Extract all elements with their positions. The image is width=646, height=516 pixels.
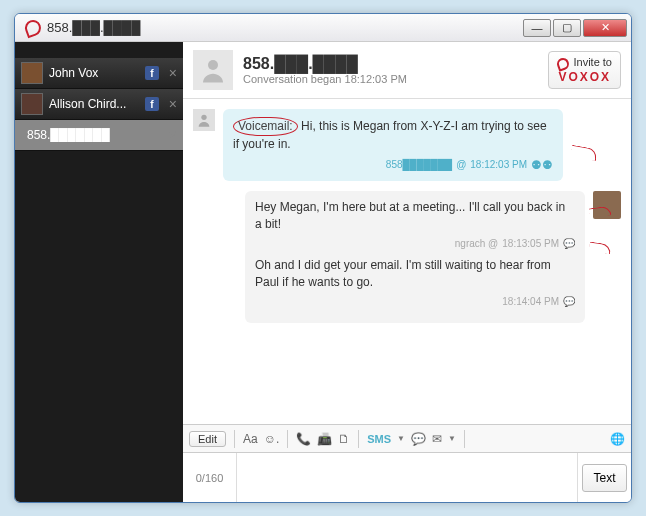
chat-icon[interactable]: 💬 [411,432,426,446]
message-text: Oh and I did get your email. I'm still w… [255,258,551,289]
meta-at: @ [456,158,466,172]
close-button[interactable]: ✕ [583,19,627,37]
remove-contact-icon[interactable]: × [169,65,177,81]
sms-button[interactable]: SMS [367,433,391,445]
app-window: 858.███.████ — ▢ ✕ John Vox f × Allison … [14,13,632,503]
meta-from: 858███████ [386,158,452,172]
compose-input[interactable] [243,459,571,496]
minimize-button[interactable]: — [523,19,551,37]
separator [358,430,359,448]
chat-icon: 💬 [563,295,575,309]
contact-item-active[interactable]: 858.███████ × [15,120,183,151]
contact-name: Allison Chird... [49,97,139,111]
invite-line2: VOXOX [558,70,611,84]
send-button[interactable]: Text [582,464,626,492]
contact-item[interactable]: John Vox f × [15,58,183,89]
contact-item[interactable]: Allison Chird... f × [15,89,183,120]
conversation-began: Conversation began 18:12:03 PM [243,73,407,85]
avatar-icon [21,93,43,115]
dropdown-icon[interactable]: ▼ [448,434,456,443]
font-button[interactable]: Aa [243,432,258,446]
compose-input-wrapper [237,453,577,502]
message-meta: 18:14:04 PM 💬 [255,295,575,309]
began-label: Conversation began [243,73,341,85]
facebook-icon: f [145,97,159,111]
svg-point-1 [201,115,206,120]
separator [464,430,465,448]
contact-name: John Vox [49,66,139,80]
window-controls: — ▢ ✕ [523,19,627,37]
remove-contact-icon[interactable]: × [169,127,177,143]
channel-group: SMS ▼ 💬 ✉ ▼ [367,432,456,446]
dropdown-icon[interactable]: ▼ [397,434,405,443]
mail-icon[interactable]: ✉ [432,432,442,446]
message-list: Voicemail: Hi, this is Megan from X-Y-Z-… [183,99,631,424]
contact-name: 858.███████ [27,128,159,142]
meta-time: 18:13:05 PM [502,237,559,251]
separator [234,430,235,448]
invite-line1: Invite to [557,56,612,69]
meta-from: ngrach @ [455,237,499,251]
chat-icon: 💬 [563,237,575,251]
message-outgoing: Hey Megan, I'm here but at a meeting... … [193,191,621,322]
facebook-icon: f [145,66,159,80]
remove-contact-icon[interactable]: × [169,96,177,112]
format-group: Aa ☺. [243,432,279,446]
annotation-arrow-icon [588,242,611,255]
document-icon[interactable]: 🗋 [338,432,350,446]
voicemail-label: Voicemail: [233,117,298,136]
maximize-button[interactable]: ▢ [553,19,581,37]
action-group: 📞 📠 🗋 [296,432,350,446]
message-bubble: Hey Megan, I'm here but at a meeting... … [245,191,585,322]
annotation-arrow-icon [570,145,598,161]
main-panel: 858.███.████ Conversation began 18:12:03… [183,42,631,502]
header-info: 858.███.████ Conversation began 18:12:03… [243,55,407,85]
app-logo-icon [23,17,44,38]
conversation-header: 858.███.████ Conversation began 18:12:03… [183,42,631,99]
app-body: John Vox f × Allison Chird... f × 858.██… [15,42,631,502]
message-meta: ngrach @ 18:13:05 PM 💬 [255,237,575,251]
sender-avatar-icon [193,109,215,131]
char-counter: 0/160 [183,453,237,502]
avatar-icon [21,62,43,84]
contact-number: 858.███.████ [243,55,407,73]
contact-avatar-icon [193,50,233,90]
separator [287,430,288,448]
message-block: Hey Megan, I'm here but at a meeting... … [255,199,575,251]
meta-time: 18:14:04 PM [502,295,559,309]
svg-point-0 [208,60,218,70]
emoji-button[interactable]: ☺. [264,432,280,446]
window-title: 858.███.████ [47,20,140,35]
compose-area: 0/160 Text [183,452,631,502]
message-meta: 858███████ @ 18:12:03 PM ⚉⚉ [233,157,553,174]
message-text: Hey Megan, I'm here but at a meeting... … [255,200,565,231]
send-wrapper: Text [577,453,631,502]
message-bubble: Voicemail: Hi, this is Megan from X-Y-Z-… [223,109,563,181]
began-time: 18:12:03 PM [345,73,407,85]
fax-icon[interactable]: 📠 [317,432,332,446]
edit-button[interactable]: Edit [189,431,226,447]
globe-icon[interactable]: 🌐 [610,432,625,446]
meta-time: 18:12:03 PM [470,158,527,172]
message-incoming: Voicemail: Hi, this is Megan from X-Y-Z-… [193,109,621,181]
message-block: Oh and I did get your email. I'm still w… [255,257,575,309]
sidebar: John Vox f × Allison Chird... f × 858.██… [15,42,183,502]
compose-toolbar: Edit Aa ☺. 📞 📠 🗋 SMS ▼ 💬 ✉ [183,424,631,452]
titlebar[interactable]: 858.███.████ — ▢ ✕ [15,14,631,42]
call-icon[interactable]: 📞 [296,432,311,446]
voicemail-icon[interactable]: ⚉⚉ [531,157,553,174]
invite-button[interactable]: Invite to VOXOX [548,51,621,88]
